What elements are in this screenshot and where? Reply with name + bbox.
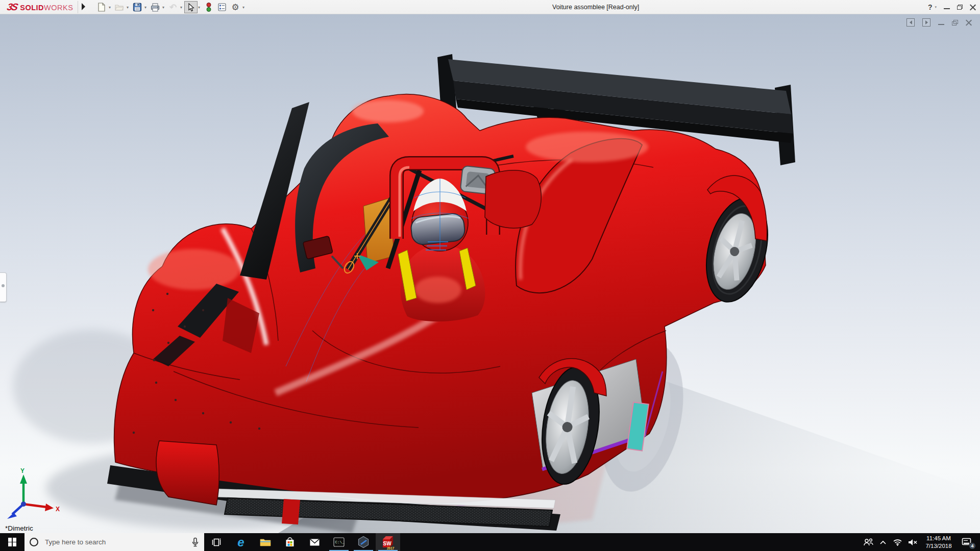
new-document-button[interactable] xyxy=(95,1,108,13)
clock-time: 11:45 AM xyxy=(925,535,951,542)
minimize-icon xyxy=(944,8,950,9)
cortana-icon xyxy=(30,538,38,546)
select-cursor-icon xyxy=(187,3,194,12)
print-caret-icon[interactable]: ▾ xyxy=(162,5,164,10)
save-floppy-icon xyxy=(133,3,142,12)
graphics-viewport[interactable]: Y X *Dimetric xyxy=(0,14,980,533)
taskbar-app-command-prompt[interactable]: C:\_ xyxy=(327,533,351,551)
window-title: Voiture assomblee [Read-only] xyxy=(552,4,639,11)
grille-pillar xyxy=(282,499,300,524)
print-button[interactable] xyxy=(149,1,162,13)
doc-restore-button[interactable] xyxy=(952,20,958,26)
pane-left-arrow-icon xyxy=(910,20,912,24)
taskbar-app-mail[interactable] xyxy=(302,533,327,551)
quick-access-toolbar: ▾ ▾ ▾ ▾ ↶ xyxy=(95,1,247,13)
command-prompt-icon: C:\_ xyxy=(333,537,345,547)
people-button[interactable] xyxy=(861,533,875,551)
store-icon xyxy=(285,537,295,547)
settings-gear-icon: ⚙ xyxy=(231,3,239,12)
desktop: { "window": { "app_logo": { "brand_mark"… xyxy=(0,0,980,551)
titlebar: 3S SOLID WORKS ▾ ▾ ▾ xyxy=(0,0,980,14)
display-options-button[interactable] xyxy=(215,1,229,13)
dassault-3s-logo-icon: 3S xyxy=(6,2,18,13)
microphone-icon[interactable] xyxy=(191,537,199,547)
select-caret-icon[interactable]: ▾ xyxy=(198,5,200,10)
new-caret-icon[interactable]: ▾ xyxy=(109,5,111,10)
display-options-list-icon xyxy=(218,3,226,11)
brand-name-works: WORKS xyxy=(44,4,73,12)
triad-y-label: Y xyxy=(20,467,24,474)
settings-caret-icon[interactable]: ▾ xyxy=(242,5,244,10)
open-button[interactable] xyxy=(113,1,126,13)
menu-flyout-arrow-icon[interactable] xyxy=(82,3,85,10)
notification-badge: 4 xyxy=(969,542,976,549)
brand-name-solid: SOLID xyxy=(20,4,44,12)
hexagon-app-icon xyxy=(357,536,370,548)
volume-muted-icon xyxy=(908,538,918,546)
taskbar-app-edge[interactable]: e xyxy=(229,533,253,551)
restore-button[interactable] xyxy=(957,5,963,10)
sw-letters: SW xyxy=(383,541,391,546)
taskbar-app-solidworks[interactable]: SW 2017 xyxy=(376,533,400,551)
volume-button[interactable] xyxy=(905,533,920,551)
rebuild-traffic-light-icon xyxy=(206,2,212,12)
open-caret-icon[interactable]: ▾ xyxy=(127,5,129,10)
start-button[interactable] xyxy=(0,533,24,551)
close-button[interactable] xyxy=(970,4,976,10)
feature-manager-collapsed-tab[interactable] xyxy=(0,272,7,302)
doc-close-button[interactable] xyxy=(966,19,972,26)
triad-x-label: X xyxy=(56,506,60,513)
people-icon xyxy=(863,538,873,546)
save-caret-icon[interactable]: ▾ xyxy=(144,5,146,10)
rebuild-button[interactable] xyxy=(202,1,215,13)
minimize-button[interactable] xyxy=(944,5,950,9)
print-icon xyxy=(151,3,160,12)
action-center-button[interactable]: 4 xyxy=(958,533,975,551)
new-document-icon xyxy=(97,3,106,12)
save-button[interactable] xyxy=(131,1,144,13)
sw-year: 2017 xyxy=(387,546,395,549)
help-caret-icon[interactable]: ▾ xyxy=(935,5,937,9)
task-view-button[interactable] xyxy=(204,533,229,551)
window-controls: ? ▾ xyxy=(928,0,976,14)
file-explorer-icon xyxy=(260,538,271,546)
taskbar: e C:\_ xyxy=(0,533,980,551)
system-tray: 11:45 AM 7/13/2018 4 xyxy=(861,533,980,551)
next-pane-button[interactable] xyxy=(922,18,930,27)
orientation-triad: Y X xyxy=(3,467,64,521)
edge-icon: e xyxy=(237,535,244,549)
taskbar-app-hexagon[interactable] xyxy=(351,533,376,551)
solidworks-2017-icon: SW 2017 xyxy=(381,535,395,549)
3d-model-render xyxy=(0,14,980,533)
solidworks-logo: 3S SOLID WORKS xyxy=(7,2,73,13)
tray-overflow-button[interactable] xyxy=(875,533,890,551)
windows-logo-icon xyxy=(8,538,17,546)
mail-icon xyxy=(309,538,320,546)
undo-button[interactable]: ↶ xyxy=(166,1,180,13)
toolbar-separator xyxy=(78,1,78,13)
chevron-up-icon xyxy=(879,540,887,545)
help-button[interactable]: ? xyxy=(928,3,933,11)
undo-icon: ↶ xyxy=(169,3,177,12)
task-view-icon xyxy=(211,538,222,546)
taskbar-app-store[interactable] xyxy=(278,533,302,551)
search-input[interactable] xyxy=(44,538,186,546)
select-tool-button[interactable] xyxy=(184,1,198,13)
open-folder-icon xyxy=(115,3,124,11)
settings-button[interactable]: ⚙ xyxy=(229,1,242,13)
headrest-fairing xyxy=(485,170,541,228)
document-window-controls xyxy=(906,18,972,27)
taskbar-clock[interactable]: 11:45 AM 7/13/2018 xyxy=(920,533,958,551)
taskbar-app-file-explorer[interactable] xyxy=(253,533,278,551)
doc-minimize-button[interactable] xyxy=(938,20,944,25)
pane-right-arrow-icon xyxy=(925,20,928,24)
undo-caret-icon[interactable]: ▾ xyxy=(180,5,182,10)
view-orientation-label: *Dimetric xyxy=(5,524,33,532)
clock-date: 7/13/2018 xyxy=(925,542,951,550)
taskbar-search[interactable] xyxy=(24,533,204,551)
wifi-icon xyxy=(893,538,902,546)
doc-minimize-icon xyxy=(938,24,944,25)
network-button[interactable] xyxy=(890,533,905,551)
previous-pane-button[interactable] xyxy=(906,18,915,27)
cmd-prompt-text: C:\_ xyxy=(335,540,345,544)
